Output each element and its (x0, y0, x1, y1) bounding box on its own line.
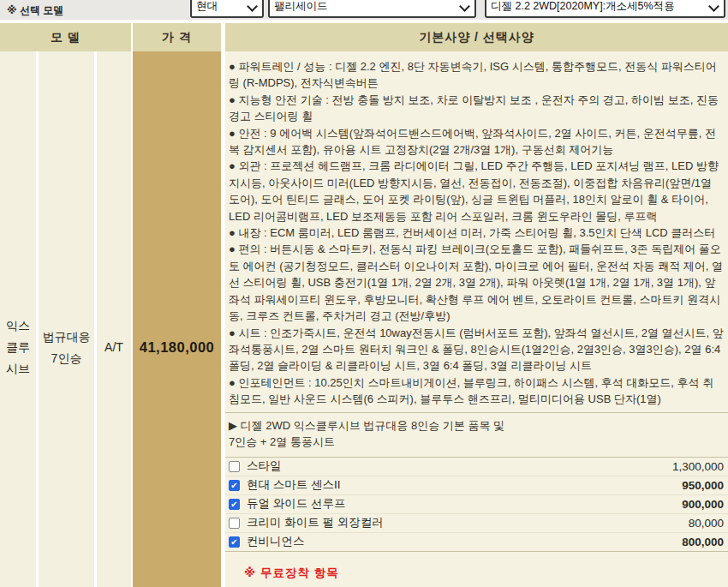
option-price: 900,000 (682, 498, 724, 511)
trim-name-cell: 익스클루시브 (0, 51, 36, 587)
free-items-title: ※ 무료장착 항목 (229, 566, 724, 581)
trim-name: 익스클루시브 (5, 315, 31, 380)
regulation-line: 법규대응 (43, 326, 91, 348)
header-price: 가 격 (133, 23, 221, 51)
transmission-cell: A/T (97, 51, 131, 587)
spec-infotainment: ● 인포테인먼트 : 10.25인치 스마트내비게이션, 블루링크, 하이패스 … (229, 374, 724, 408)
spec-convenience: ● 편의 : 버튼시동 & 스마트키, 전동식 파킹 브레이크(오토홀드 포함)… (229, 241, 724, 324)
base-price: 41,180,000 (140, 339, 215, 356)
select-model-label: ※ 선택 모델 (7, 3, 63, 18)
trim-dropdown[interactable]: 디젤 2.2 2WD[2020MY]:개소세5%적용 (485, 0, 725, 18)
spec-content-cell: ● 파워트레인 / 성능 : 디젤 2.2 엔진, 8단 자동변속기, ISG … (225, 51, 728, 587)
option-list: 스타일 1,300,000 현대 스마트 센스II 950,000 듀얼 와이드… (225, 458, 728, 552)
option-checkbox[interactable] (229, 499, 240, 510)
seating-line: 7인승 (43, 348, 91, 369)
option-label: 현대 스마트 센스II (247, 477, 682, 493)
price-cell: 41,180,000 (133, 51, 221, 587)
option-label: 크리미 화이트 펄 외장컬러 (247, 515, 689, 530)
regulation-seating: 법규대응 7인승 (43, 326, 91, 369)
header-specs: 기본사양 / 선택사양 (225, 23, 728, 51)
option-checkbox[interactable] (229, 480, 240, 491)
header-model: 모 델 (0, 23, 131, 51)
option-row-exterior-color[interactable]: 크리미 화이트 펄 외장컬러 80,000 (225, 514, 728, 533)
spec-safety: ● 안전 : 9 에어백 시스템(앞좌석어드밴스드에어백, 앞좌석사이드, 2열… (229, 125, 724, 159)
spec-seats: ● 시트 : 인조가죽시트, 운전석 10way전동시트 (럼버서포트 포함),… (229, 325, 724, 374)
standard-specs-block: ● 파워트레인 / 성능 : 디젤 2.2 엔진, 8단 자동변속기, ISG … (225, 51, 728, 412)
option-row-smart-sense[interactable]: 현대 스마트 센스II 950,000 (225, 476, 728, 495)
spec-exterior: ● 외관 : 프로젝션 헤드램프, 크롬 라디에이터 그릴, LED 주간 주행… (229, 158, 724, 225)
free-items-section: ※ 무료장착 항목 블랙박스 (225, 552, 728, 587)
spec-adas: ● 지능형 안전 기술 : 전방 충돌 방지 보조, 차로 이탈방지 보조 , … (229, 92, 724, 125)
option-price: 80,000 (689, 517, 724, 530)
base-items-line2: 7인승 + 2열 통풍시트 (229, 434, 724, 451)
option-row-style[interactable]: 스타일 1,300,000 (225, 458, 728, 476)
option-price: 950,000 (682, 479, 724, 492)
option-row-convenience[interactable]: 컨비니언스 800,000 (225, 533, 728, 551)
model-select-bar: ※ 선택 모델 현대 팰리세이드 디젤 2.2 2WD[2020MY]:개소세5… (0, 0, 728, 20)
option-price: 800,000 (682, 536, 724, 548)
base-items-note: ▶ 디젤 2WD 익스클루시브 법규대응 8인승 기본 품목 및 7인승 + 2… (225, 412, 728, 458)
maker-dropdown[interactable]: 현대 (190, 0, 264, 18)
trim-dropdown-value: 디젤 2.2 2WD[2020MY]:개소세5%적용 (486, 0, 724, 16)
transmission-value: A/T (104, 337, 123, 358)
option-label: 듀얼 와이드 선루프 (247, 496, 682, 512)
option-checkbox[interactable] (229, 461, 240, 472)
model-dropdown-value: 팰리세이드 (270, 0, 474, 16)
option-checkbox[interactable] (229, 518, 240, 529)
option-label: 컨비니언스 (247, 534, 682, 549)
spec-interior: ● 내장 : ECM 룸미러, LED 룸램프, 컨버세이션 미러, 가죽 스티… (229, 225, 724, 241)
option-checkbox[interactable] (229, 536, 240, 548)
base-items-line1: ▶ 디젤 2WD 익스클루시브 법규대응 8인승 기본 품목 및 (229, 417, 724, 434)
spec-powertrain: ● 파워트레인 / 성능 : 디젤 2.2 엔진, 8단 자동변속기, ISG … (229, 58, 724, 92)
model-dropdown[interactable]: 팰리세이드 (268, 0, 476, 18)
option-label: 스타일 (247, 458, 672, 474)
option-row-sunroof[interactable]: 듀얼 와이드 선루프 900,000 (225, 495, 728, 514)
regulation-cell: 법규대응 7인승 (39, 51, 94, 587)
option-price: 1,300,000 (672, 460, 724, 473)
